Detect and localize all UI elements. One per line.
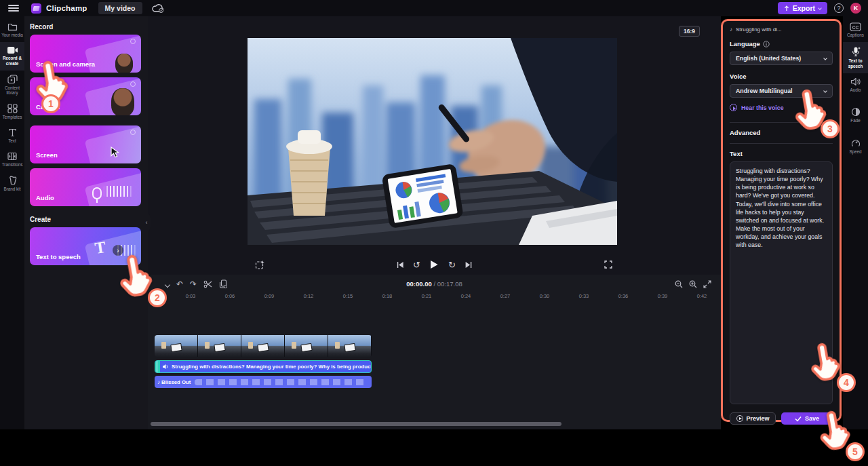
speed-gauge-icon [851,138,861,148]
rail-item-speed[interactable]: Speed [843,134,868,159]
card-option-icon [130,130,136,135]
templates-icon [7,104,18,113]
forward-icon[interactable]: ↻ [448,260,456,269]
sidebar-item-record-create[interactable]: Record & create [0,42,24,71]
music-track-clip[interactable]: ♪ Blissed Out [155,376,372,388]
play-circle-icon [730,104,737,111]
voice-select[interactable]: Andrew Multilingual [730,84,833,98]
card-camera[interactable]: Camera [30,77,141,115]
aspect-ratio-badge[interactable]: 16:9 [679,26,700,37]
video-frame [248,38,617,245]
audio-waveform [195,379,366,385]
card-screen[interactable]: Screen [30,125,141,163]
timeline: ↶ ↷ 00:00.00 / 00:17.08 0:030:06 0:090:1… [148,275,721,429]
hamburger-menu-icon[interactable] [8,5,19,12]
create-section-header: Create [30,216,148,223]
video-preview[interactable] [248,38,617,245]
open-tts-arrow-icon[interactable]: › [113,245,123,256]
user-avatar[interactable]: K [850,3,861,14]
tts-text-input[interactable]: Struggling with distractions? Managing y… [730,161,833,404]
captions-icon: CC [850,22,861,31]
scene-suggestion-icon[interactable] [255,260,265,270]
tts-audio-clip-selected[interactable]: Struggling with distractions? Managing y… [155,360,372,373]
presenter-photo [115,54,133,73]
rail-item-text-to-speech[interactable]: Text to speech [843,42,868,73]
video-track-clip[interactable] [155,335,372,357]
record-section-header: Record [30,23,148,31]
svg-text:CC: CC [852,25,859,30]
sidebar-item-text[interactable]: Text [0,124,24,148]
fade-icon [851,107,861,117]
clipchamp-app: Clipchamp My video Export ? K Your media… [0,0,868,466]
brand-name: Clipchamp [46,4,87,12]
video-thumbnail [155,335,198,357]
timeline-horizontal-scrollbar[interactable] [151,422,561,426]
transitions-icon [7,152,17,161]
folder-icon [7,22,18,31]
chevron-down-icon [823,56,827,60]
waveform-icon [103,186,133,197]
preview-voice-button[interactable]: Preview [730,412,776,425]
rewind-icon[interactable]: ↺ [413,260,420,269]
fit-to-screen-icon[interactable] [703,280,711,288]
sidebar-item-transitions[interactable]: Transitions [0,148,24,172]
text-label: Text [730,150,833,157]
playhead[interactable] [153,291,159,295]
redo-icon[interactable]: ↷ [190,280,197,288]
rail-item-captions[interactable]: CC Captions [843,16,868,42]
save-button[interactable]: Save [781,412,833,425]
advanced-section-toggle[interactable]: Advanced [730,129,833,136]
timeline-toolbar: ↶ ↷ 00:00.00 / 00:17.08 [148,275,721,293]
card-screen-and-camera[interactable]: Screen and camera [30,35,141,73]
sidebar-item-content-library[interactable]: Content library [0,71,24,100]
language-select[interactable]: English (United States) [730,52,833,65]
collapse-panel-handle[interactable]: ‹ [142,214,151,231]
sidebar-item-your-media[interactable]: Your media [0,16,24,42]
trim-handle-left[interactable] [155,361,160,372]
left-sidebar: Your media Record & create Content libra… [0,16,24,429]
presenter-photo [111,88,134,115]
sidebar-item-brand-kit[interactable]: Brand kit [0,172,24,196]
video-thumbnail [198,335,241,357]
card-text-to-speech[interactable]: T › Text to speech [30,227,141,265]
letterbox-bottom [0,429,868,466]
rail-item-fade[interactable]: Fade [843,103,868,128]
play-icon[interactable] [430,260,439,269]
video-thumbnail [285,335,328,357]
export-button[interactable]: Export [778,2,827,14]
timeline-ruler[interactable]: 0:030:06 0:090:12 0:150:18 0:210:24 0:27… [171,293,721,304]
music-note-icon: ♪ [730,26,732,33]
project-title-tab[interactable]: My video [98,2,142,14]
rail-item-audio[interactable]: Audio [843,73,868,97]
collapse-timeline-icon[interactable] [165,280,170,288]
text-icon [8,128,17,137]
brand-kit-icon [8,176,17,185]
top-bar: Clipchamp My video Export ? K [0,0,868,16]
audio-speaker-icon [850,77,861,86]
language-label: Language [730,40,760,47]
cursor-arrow-icon [111,147,119,158]
editor-center: 16:9 [148,16,721,429]
undo-icon[interactable]: ↶ [176,280,183,288]
skip-to-start-icon[interactable] [396,261,403,269]
split-scissors-icon[interactable] [203,280,212,288]
chevron-down-icon [823,89,827,93]
duplicate-icon[interactable] [219,279,227,288]
card-audio[interactable]: Audio [30,168,141,206]
video-thumbnail [241,335,285,357]
play-circle-icon [736,415,743,422]
sidebar-item-templates[interactable]: Templates [0,100,24,124]
fullscreen-icon[interactable] [604,260,612,269]
check-icon [795,416,802,422]
chevron-down-icon [818,6,822,10]
info-icon[interactable] [763,41,770,47]
help-icon[interactable]: ? [834,3,844,13]
panel-header-title: Struggling with di... [736,26,782,33]
tts-microphone-icon [851,46,861,57]
skip-to-end-icon[interactable] [465,261,473,269]
zoom-in-icon[interactable] [689,280,697,288]
zoom-out-icon[interactable] [675,280,683,288]
voice-label: Voice [730,73,833,80]
time-display: 00:00.00 / 00:17.08 [406,280,462,288]
hear-this-voice-link[interactable]: Hear this voice [730,104,833,111]
